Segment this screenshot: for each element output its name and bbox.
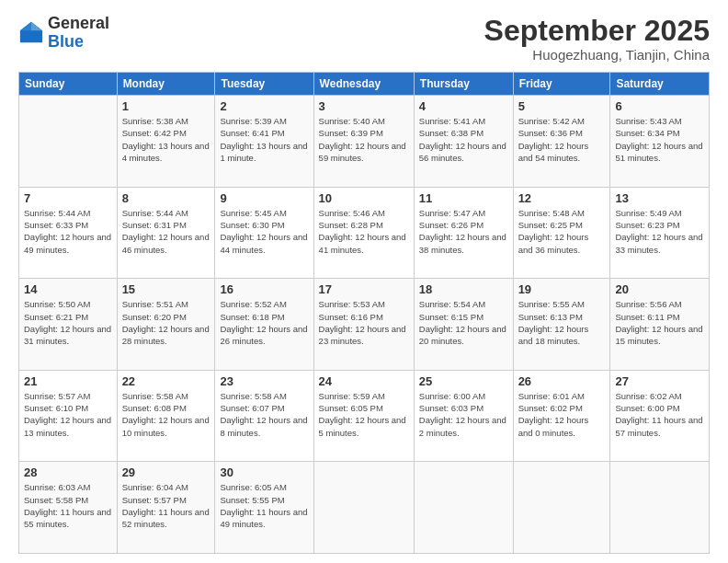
calendar-cell: 26Sunrise: 6:01 AMSunset: 6:02 PMDayligh…	[513, 370, 610, 462]
header: General Blue September 2025 Huogezhuang,…	[18, 15, 710, 63]
calendar-cell: 12Sunrise: 5:48 AMSunset: 6:25 PMDayligh…	[513, 187, 610, 279]
calendar-cell	[19, 96, 118, 188]
calendar-cell: 19Sunrise: 5:55 AMSunset: 6:13 PMDayligh…	[513, 279, 610, 371]
calendar-cell	[414, 462, 513, 554]
day-info: Sunrise: 6:03 AMSunset: 5:58 PMDaylight:…	[24, 481, 112, 530]
day-info: Sunrise: 5:41 AMSunset: 6:38 PMDaylight:…	[419, 115, 508, 164]
weekday-header-thursday: Thursday	[414, 73, 513, 96]
day-info: Sunrise: 5:44 AMSunset: 6:33 PMDaylight:…	[24, 207, 112, 256]
day-number: 30	[220, 465, 308, 479]
day-number: 1	[122, 99, 210, 113]
calendar-week-row: 7Sunrise: 5:44 AMSunset: 6:33 PMDaylight…	[19, 187, 710, 279]
day-info: Sunrise: 5:51 AMSunset: 6:20 PMDaylight:…	[122, 298, 210, 347]
day-info: Sunrise: 5:54 AMSunset: 6:15 PMDaylight:…	[419, 298, 508, 347]
title-block: September 2025 Huogezhuang, Tianjin, Chi…	[484, 15, 710, 63]
weekday-header-wednesday: Wednesday	[313, 73, 414, 96]
day-info: Sunrise: 6:05 AMSunset: 5:55 PMDaylight:…	[220, 481, 308, 530]
day-number: 2	[220, 99, 308, 113]
day-number: 11	[419, 191, 508, 205]
calendar-cell: 9Sunrise: 5:45 AMSunset: 6:30 PMDaylight…	[215, 187, 313, 279]
calendar-cell: 11Sunrise: 5:47 AMSunset: 6:26 PMDayligh…	[414, 187, 513, 279]
day-number: 17	[319, 282, 409, 296]
day-info: Sunrise: 5:59 AMSunset: 6:05 PMDaylight:…	[319, 390, 409, 439]
day-info: Sunrise: 5:47 AMSunset: 6:26 PMDaylight:…	[419, 207, 508, 256]
day-number: 29	[122, 465, 210, 479]
day-info: Sunrise: 5:50 AMSunset: 6:21 PMDaylight:…	[24, 298, 112, 347]
calendar-cell: 6Sunrise: 5:43 AMSunset: 6:34 PMDaylight…	[610, 96, 710, 188]
logo-blue-text: Blue	[48, 33, 109, 52]
calendar-cell	[513, 462, 610, 554]
calendar-cell: 15Sunrise: 5:51 AMSunset: 6:20 PMDayligh…	[117, 279, 215, 371]
calendar-week-row: 21Sunrise: 5:57 AMSunset: 6:10 PMDayligh…	[19, 370, 710, 462]
day-number: 3	[319, 99, 409, 113]
logo: General Blue	[18, 15, 109, 52]
day-number: 12	[518, 191, 606, 205]
weekday-header-friday: Friday	[513, 73, 610, 96]
calendar-cell: 30Sunrise: 6:05 AMSunset: 5:55 PMDayligh…	[215, 462, 313, 554]
day-info: Sunrise: 6:04 AMSunset: 5:57 PMDaylight:…	[122, 481, 210, 530]
svg-marker-1	[31, 22, 42, 30]
calendar-cell: 10Sunrise: 5:46 AMSunset: 6:28 PMDayligh…	[313, 187, 414, 279]
day-info: Sunrise: 5:38 AMSunset: 6:42 PMDaylight:…	[122, 115, 210, 164]
day-number: 9	[220, 191, 308, 205]
logo-icon	[18, 20, 44, 46]
calendar-cell	[313, 462, 414, 554]
day-number: 19	[518, 282, 606, 296]
day-number: 28	[24, 465, 112, 479]
day-info: Sunrise: 5:40 AMSunset: 6:39 PMDaylight:…	[319, 115, 409, 164]
calendar-cell: 28Sunrise: 6:03 AMSunset: 5:58 PMDayligh…	[19, 462, 118, 554]
day-info: Sunrise: 5:58 AMSunset: 6:07 PMDaylight:…	[220, 390, 308, 439]
weekday-header-tuesday: Tuesday	[215, 73, 313, 96]
day-number: 14	[24, 282, 112, 296]
day-number: 21	[24, 374, 112, 388]
day-number: 4	[419, 99, 508, 113]
day-info: Sunrise: 5:56 AMSunset: 6:11 PMDaylight:…	[615, 298, 704, 347]
calendar-cell: 29Sunrise: 6:04 AMSunset: 5:57 PMDayligh…	[117, 462, 215, 554]
day-info: Sunrise: 5:44 AMSunset: 6:31 PMDaylight:…	[122, 207, 210, 256]
day-number: 22	[122, 374, 210, 388]
day-info: Sunrise: 5:42 AMSunset: 6:36 PMDaylight:…	[518, 115, 606, 164]
calendar-cell: 13Sunrise: 5:49 AMSunset: 6:23 PMDayligh…	[610, 187, 710, 279]
calendar-week-row: 1Sunrise: 5:38 AMSunset: 6:42 PMDaylight…	[19, 96, 710, 188]
day-info: Sunrise: 5:43 AMSunset: 6:34 PMDaylight:…	[615, 115, 704, 164]
calendar-week-row: 28Sunrise: 6:03 AMSunset: 5:58 PMDayligh…	[19, 462, 710, 554]
calendar-cell	[610, 462, 710, 554]
day-info: Sunrise: 5:49 AMSunset: 6:23 PMDaylight:…	[615, 207, 704, 256]
calendar-week-row: 14Sunrise: 5:50 AMSunset: 6:21 PMDayligh…	[19, 279, 710, 371]
logo-general-text: General	[48, 15, 109, 33]
day-number: 25	[419, 374, 508, 388]
calendar-cell: 22Sunrise: 5:58 AMSunset: 6:08 PMDayligh…	[117, 370, 215, 462]
day-number: 18	[419, 282, 508, 296]
day-number: 27	[615, 374, 704, 388]
day-number: 24	[319, 374, 409, 388]
location-subtitle: Huogezhuang, Tianjin, China	[484, 47, 710, 63]
logo-text: General Blue	[48, 15, 109, 52]
calendar-cell: 2Sunrise: 5:39 AMSunset: 6:41 PMDaylight…	[215, 96, 313, 188]
day-number: 5	[518, 99, 606, 113]
calendar-cell: 5Sunrise: 5:42 AMSunset: 6:36 PMDaylight…	[513, 96, 610, 188]
calendar-header: SundayMondayTuesdayWednesdayThursdayFrid…	[19, 73, 710, 96]
day-info: Sunrise: 5:55 AMSunset: 6:13 PMDaylight:…	[518, 298, 606, 347]
calendar-cell: 20Sunrise: 5:56 AMSunset: 6:11 PMDayligh…	[610, 279, 710, 371]
calendar-cell: 4Sunrise: 5:41 AMSunset: 6:38 PMDaylight…	[414, 96, 513, 188]
day-number: 6	[615, 99, 704, 113]
day-number: 13	[615, 191, 704, 205]
day-info: Sunrise: 6:01 AMSunset: 6:02 PMDaylight:…	[518, 390, 606, 439]
day-info: Sunrise: 5:48 AMSunset: 6:25 PMDaylight:…	[518, 207, 606, 256]
day-info: Sunrise: 5:39 AMSunset: 6:41 PMDaylight:…	[220, 115, 308, 164]
weekday-header-saturday: Saturday	[610, 73, 710, 96]
day-info: Sunrise: 5:58 AMSunset: 6:08 PMDaylight:…	[122, 390, 210, 439]
calendar-cell: 25Sunrise: 6:00 AMSunset: 6:03 PMDayligh…	[414, 370, 513, 462]
weekday-header-sunday: Sunday	[19, 73, 118, 96]
calendar-cell: 23Sunrise: 5:58 AMSunset: 6:07 PMDayligh…	[215, 370, 313, 462]
day-number: 8	[122, 191, 210, 205]
calendar-cell: 7Sunrise: 5:44 AMSunset: 6:33 PMDaylight…	[19, 187, 118, 279]
day-info: Sunrise: 5:46 AMSunset: 6:28 PMDaylight:…	[319, 207, 409, 256]
day-number: 10	[319, 191, 409, 205]
day-number: 20	[615, 282, 704, 296]
day-number: 7	[24, 191, 112, 205]
day-info: Sunrise: 6:00 AMSunset: 6:03 PMDaylight:…	[419, 390, 508, 439]
calendar-cell: 1Sunrise: 5:38 AMSunset: 6:42 PMDaylight…	[117, 96, 215, 188]
calendar-cell: 8Sunrise: 5:44 AMSunset: 6:31 PMDaylight…	[117, 187, 215, 279]
weekday-header-monday: Monday	[117, 73, 215, 96]
